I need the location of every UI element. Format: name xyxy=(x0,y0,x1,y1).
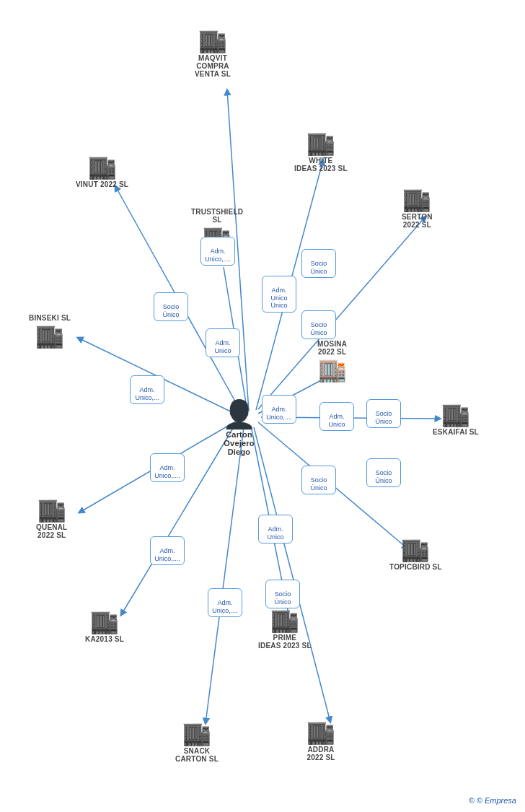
badge-adm-9[interactable]: Adm. Unico,.... xyxy=(208,588,242,617)
company-prime-ideas[interactable]: 🏬 PRIME IDEAS 2023 SL xyxy=(258,608,312,650)
label-binseki: BINSEKI SL xyxy=(29,314,71,322)
label-ka2013: KA2013 SL xyxy=(85,635,124,643)
svg-line-11 xyxy=(121,422,237,615)
label-snack-carton: SNACK CARTON SL xyxy=(175,747,219,763)
label-topicbird: TOPICBIRD SL xyxy=(389,563,442,571)
copyright: © © Empresa xyxy=(469,796,516,805)
building-icon-serton: 🏬 xyxy=(402,188,431,211)
badge-adm-3[interactable]: Adm. Unico,... xyxy=(130,375,164,404)
center-person-label: Carton Ovejero Diego xyxy=(224,430,254,456)
person-icon: 👤 xyxy=(222,401,256,428)
badge-socio-2[interactable]: Socio Único xyxy=(301,249,336,278)
company-maqvit[interactable]: 🏬 MAQVIT COMPRA VENTA SL xyxy=(195,29,231,78)
svg-line-13 xyxy=(206,427,244,723)
label-serton: SERTON 2022 SL xyxy=(402,213,433,229)
company-eskaifai[interactable]: 🏬 ESKAIFAI SL xyxy=(433,403,479,436)
badge-socio-6[interactable]: Socio Único xyxy=(366,458,401,487)
badge-socio-3[interactable]: Socio Único xyxy=(301,310,336,339)
building-icon-vinut: 🏬 xyxy=(88,155,117,178)
badge-socio-1[interactable]: Socio Único xyxy=(154,292,188,321)
label-trustshield: TRUSTSHIELD SL xyxy=(191,208,243,224)
label-quenal: QUENAL 2022 SL xyxy=(36,523,67,539)
company-vinut[interactable]: 🏬 VINUT 2022 SL xyxy=(76,155,128,188)
badge-adm-5[interactable]: Adm. Unico xyxy=(319,402,354,431)
badge-socio-4[interactable]: Socio Único xyxy=(366,399,401,428)
badge-socio-5[interactable]: Socio Único xyxy=(301,466,336,494)
badge-socio-7[interactable]: Socio Único xyxy=(265,580,300,608)
building-icon-white-ideas: 🏬 xyxy=(306,131,335,154)
label-white-ideas: WHITE IDEAS 2023 SL xyxy=(294,157,348,173)
badge-adm-4[interactable]: Adm. Unico,.... xyxy=(262,395,296,424)
building-icon-quenal: 🏬 xyxy=(38,498,66,521)
copyright-text: © Empresa xyxy=(477,796,516,805)
building-icon-ka2013: 🏬 xyxy=(90,610,119,633)
building-icon-addra: 🏬 xyxy=(306,720,335,743)
graph-container: 🏬 MAQVIT COMPRA VENTA SL 🏬 VINUT 2022 SL… xyxy=(0,0,525,812)
badge-adm-6[interactable]: Adm. Unico,.... xyxy=(150,453,185,482)
label-maqvit: MAQVIT COMPRA VENTA SL xyxy=(195,54,231,78)
building-icon-prime-ideas: 🏬 xyxy=(270,608,299,632)
badge-adm-1[interactable]: Adm. Unico,.... xyxy=(200,237,235,266)
badge-adm-8[interactable]: Adm. Unico,.... xyxy=(150,536,185,565)
company-ka2013[interactable]: 🏬 KA2013 SL xyxy=(85,610,124,643)
label-prime-ideas: PRIME IDEAS 2023 SL xyxy=(258,634,312,650)
company-topicbird[interactable]: 🏬 TOPICBIRD SL xyxy=(389,538,442,571)
copyright-symbol: © xyxy=(469,796,475,805)
badge-adm-unico-unico[interactable]: Adm. Unico Único xyxy=(262,276,296,313)
label-vinut: VINUT 2022 SL xyxy=(76,180,128,188)
building-icon-binseki: 🏬 xyxy=(35,324,64,347)
badge-adm-2[interactable]: Adm. Unico xyxy=(206,328,240,357)
building-icon-mosina: 🏬 xyxy=(318,358,347,381)
building-icon-topicbird: 🏬 xyxy=(401,538,430,561)
building-icon-maqvit: 🏬 xyxy=(198,29,227,52)
company-binseki[interactable]: BINSEKI SL 🏬 xyxy=(29,312,71,347)
company-mosina[interactable]: MOSINA 2022 SL 🏬 xyxy=(317,338,347,381)
label-addra: ADDRA 2022 SL xyxy=(306,746,335,761)
building-icon-eskaifai: 🏬 xyxy=(441,403,470,426)
badge-adm-7[interactable]: Adm. Unico xyxy=(258,515,293,543)
company-addra[interactable]: 🏬 ADDRA 2022 SL xyxy=(306,720,335,761)
company-quenal[interactable]: 🏬 QUENAL 2022 SL xyxy=(36,498,67,539)
label-mosina: MOSINA 2022 SL xyxy=(317,340,347,356)
building-icon-snack-carton: 🏬 xyxy=(182,722,211,745)
company-serton[interactable]: 🏬 SERTON 2022 SL xyxy=(402,188,433,229)
label-eskaifai: ESKAIFAI SL xyxy=(433,428,479,436)
company-snack-carton[interactable]: 🏬 SNACK CARTON SL xyxy=(175,722,219,763)
company-white-ideas[interactable]: 🏬 WHITE IDEAS 2023 SL xyxy=(294,131,348,173)
center-person[interactable]: 👤 Carton Ovejero Diego xyxy=(222,401,256,456)
